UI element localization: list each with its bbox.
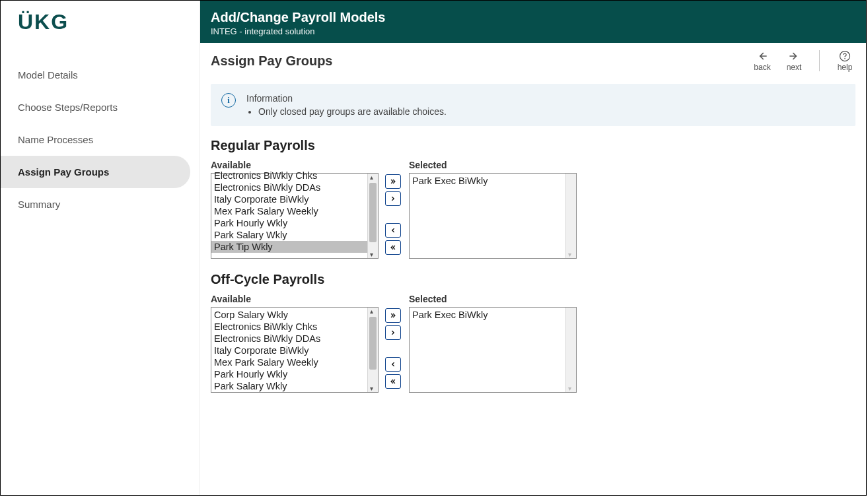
selected-list-offcycle[interactable]: Park Exec BiWkly: [409, 307, 577, 393]
next-label: next: [787, 63, 802, 72]
chevron-left-icon: [390, 226, 396, 234]
help-icon: [838, 50, 851, 63]
sidebar-item-choose-steps[interactable]: Choose Steps/Reports: [1, 91, 190, 123]
list-item[interactable]: Park Hourly Wkly: [211, 368, 367, 380]
next-button[interactable]: next: [783, 50, 805, 72]
list-item[interactable]: Park Hourly Wkly: [211, 217, 367, 229]
banner: Add/Change Payroll Models INTEG - integr…: [200, 1, 866, 43]
list-item[interactable]: Electronics BiWkly Chks: [211, 321, 367, 333]
arrow-left-icon: [756, 50, 769, 63]
list-item[interactable]: Electronics BiWkly DDAs: [211, 182, 367, 193]
section-title-regular: Regular Payrolls: [211, 138, 855, 153]
scrollbar[interactable]: [565, 174, 576, 258]
back-button[interactable]: back: [752, 50, 773, 72]
double-chevron-right-icon: [390, 178, 396, 185]
selected-list-regular[interactable]: Park Exec BiWkly: [409, 173, 577, 259]
list-item[interactable]: Mex Park Salary Weekly: [211, 356, 367, 368]
info-bullet: Only closed pay groups are available cho…: [258, 106, 447, 117]
available-list-offcycle[interactable]: Corp Salary Wkly Electronics BiWkly Chks…: [211, 307, 379, 393]
list-item[interactable]: Italy Corporate BiWkly: [211, 193, 367, 205]
move-all-left-button[interactable]: [385, 240, 401, 255]
move-all-left-button[interactable]: [385, 374, 401, 389]
page-actions: back next help: [752, 50, 855, 72]
double-chevron-right-icon: [390, 312, 396, 319]
sidebar-item-summary[interactable]: Summary: [1, 188, 190, 220]
list-item[interactable]: Italy Corporate BiWkly: [211, 345, 367, 356]
info-box: i Information Only closed pay groups are…: [211, 84, 855, 126]
section-title-offcycle: Off-Cycle Payrolls: [211, 272, 855, 287]
main: Add/Change Payroll Models INTEG - integr…: [200, 1, 866, 495]
list-item[interactable]: Park Tip Wkly: [211, 241, 367, 253]
list-item[interactable]: Electronics BiWkly DDAs: [211, 333, 367, 345]
wizard-nav: Model Details Choose Steps/Reports Name …: [1, 43, 199, 220]
available-label-offcycle: Available: [211, 294, 379, 304]
move-left-button[interactable]: [385, 223, 401, 238]
chevron-right-icon: [390, 329, 396, 337]
list-item[interactable]: Park Salary Wkly: [211, 229, 367, 241]
page-header: Assign Pay Groups back next help: [200, 43, 866, 77]
arrow-right-icon: [787, 50, 801, 63]
page-title: Assign Pay Groups: [211, 53, 752, 69]
list-item[interactable]: Park Salary Wkly: [211, 380, 367, 392]
scrollbar[interactable]: [565, 308, 576, 392]
chevron-right-icon: [390, 195, 396, 203]
info-heading: Information: [246, 93, 447, 104]
dual-list-regular: Available Electronics BiWkly Chks Electr…: [211, 160, 855, 259]
chevron-left-icon: [390, 360, 396, 368]
brand-text: ÜKG: [18, 10, 69, 34]
scrollbar[interactable]: [367, 308, 378, 392]
sidebar-item-name-processes[interactable]: Name Processes: [1, 123, 190, 156]
list-item[interactable]: Park Exec BiWkly: [410, 309, 565, 321]
list-item[interactable]: Electronics BiWkly Chks: [211, 170, 367, 182]
list-item[interactable]: Corp Salary Wkly: [211, 309, 367, 321]
available-list-regular[interactable]: Electronics BiWkly Chks Electronics BiWk…: [211, 173, 379, 259]
move-all-right-button[interactable]: [385, 174, 401, 189]
dual-list-offcycle: Available Corp Salary Wkly Electronics B…: [211, 294, 855, 393]
move-all-right-button[interactable]: [385, 308, 401, 323]
scrollbar[interactable]: [367, 174, 378, 258]
svg-point-1: [844, 58, 846, 59]
brand-logo: ÜKG: [1, 1, 199, 43]
selected-label-offcycle: Selected: [409, 294, 577, 304]
double-chevron-left-icon: [390, 378, 396, 385]
banner-title: Add/Change Payroll Models: [211, 10, 855, 25]
divider: [819, 50, 820, 71]
banner-subtitle: INTEG - integrated solution: [211, 26, 855, 36]
sidebar-item-assign-pay-groups[interactable]: Assign Pay Groups: [1, 156, 190, 188]
move-right-button[interactable]: [385, 325, 401, 340]
info-icon: i: [221, 93, 236, 108]
back-label: back: [754, 63, 770, 72]
list-item[interactable]: Mex Park Salary Weekly: [211, 205, 367, 217]
help-button[interactable]: help: [834, 50, 855, 72]
selected-label-regular: Selected: [409, 160, 577, 170]
sidebar-item-model-details[interactable]: Model Details: [1, 59, 190, 91]
list-item[interactable]: Park Exec BiWkly: [410, 175, 565, 187]
double-chevron-left-icon: [390, 244, 396, 251]
move-right-button[interactable]: [385, 191, 401, 206]
sidebar: ÜKG Model Details Choose Steps/Reports N…: [1, 1, 200, 495]
help-label: help: [838, 63, 853, 72]
move-left-button[interactable]: [385, 357, 401, 372]
